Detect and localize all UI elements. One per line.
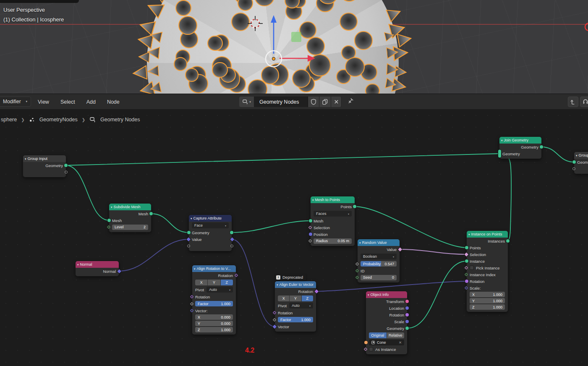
align-euler-factor-slider[interactable]: Factor1.000 xyxy=(278,317,313,322)
random-value-in-seed-socket[interactable] xyxy=(355,276,359,279)
node-align-rotation[interactable]: ▾Align Rotation to V...RotationXYZPivotA… xyxy=(192,265,236,335)
capture-attribute-face-dropdown[interactable]: Face▾ xyxy=(192,222,229,228)
capture-attribute-out-geometry-socket[interactable] xyxy=(230,231,233,234)
fake-user-button[interactable] xyxy=(308,97,319,107)
node-subdivide-mesh[interactable]: ▾Subdivide MeshMeshMeshLevel2 xyxy=(109,204,151,232)
align-rotation-y-button[interactable]: Y xyxy=(208,280,220,285)
align-rotation-pivot-dropdown[interactable]: Auto▾ xyxy=(206,287,233,293)
menu-select[interactable]: Select xyxy=(60,99,75,105)
object-info-header[interactable]: ▾Object Info xyxy=(366,291,407,298)
subdivide-mesh-level-field[interactable]: Level2 xyxy=(112,225,148,230)
random-value-boolean-dropdown[interactable]: Boolean▾ xyxy=(361,254,397,259)
align-rotation-in-factor-socket[interactable] xyxy=(190,302,193,305)
subdivide-mesh-in-level-socket[interactable] xyxy=(107,225,110,229)
object-info-original-button[interactable]: Original xyxy=(369,332,387,338)
new-node-tree-button[interactable] xyxy=(319,97,331,107)
node-join-geometry[interactable]: ▾Join GeometryGeometryGeometry xyxy=(499,137,541,159)
normal-out-normal-socket[interactable] xyxy=(117,269,121,273)
align-rotation-z-field[interactable]: Z1.000 xyxy=(195,327,233,332)
capture-attribute-in-geometry-socket[interactable] xyxy=(187,231,191,234)
data-type-dropdown[interactable]: Modifier ▾ xyxy=(0,97,31,107)
object-info-in-object-socket[interactable] xyxy=(364,341,368,344)
join-geometry-header[interactable]: ▾Join Geometry xyxy=(499,137,541,144)
node-group-input[interactable]: ▾Group InputGeometry xyxy=(23,155,66,177)
group-input-header[interactable]: ▾Group Input xyxy=(23,155,66,162)
instance-on-points-header[interactable]: ▾Instance on Points xyxy=(467,231,508,238)
object-info-out-transform-socket[interactable] xyxy=(405,300,409,303)
align-rotation-z-button[interactable]: Z xyxy=(221,280,233,285)
group-output-virtual-socket[interactable] xyxy=(572,167,575,170)
object-info-in-as-instance-socket[interactable] xyxy=(364,348,367,351)
align-euler-pivot-dropdown[interactable]: Auto▾ xyxy=(289,303,313,308)
instance-on-points-out-instances-socket[interactable] xyxy=(506,239,510,243)
random-value-in-probability-socket[interactable] xyxy=(355,262,359,265)
group-input-virtual-socket[interactable] xyxy=(65,171,68,174)
mesh-to-points-header[interactable]: ▾Mesh to Points xyxy=(311,196,355,203)
instance-on-points-in-rotation-socket[interactable] xyxy=(465,280,468,283)
align-euler-in-vector-socket[interactable] xyxy=(273,324,277,328)
align-rotation-in-vector-socket[interactable] xyxy=(190,309,193,312)
node-object-info[interactable]: ▾Object InfoTransformLocationRotationSca… xyxy=(366,291,407,354)
object-info-out-location-socket[interactable] xyxy=(405,306,409,310)
join-geometry-out-geometry-socket[interactable] xyxy=(540,145,543,149)
mesh-to-points-in-radius-socket[interactable] xyxy=(308,239,312,243)
instance-on-points-in-instance-socket[interactable] xyxy=(465,259,468,263)
capture-attribute-out-value-socket[interactable] xyxy=(230,237,234,241)
instance-on-points-in-instance-index-socket[interactable] xyxy=(465,273,468,276)
capture-attribute-in-value-socket[interactable] xyxy=(187,237,191,241)
breadcrumb-node-tree[interactable]: Geometry Nodes xyxy=(100,117,140,123)
menu-node[interactable]: Node xyxy=(107,99,120,105)
mesh-to-points-in-mesh-socket[interactable] xyxy=(309,219,312,222)
node-align-euler[interactable]: iDeprecated▾Align Euler to VectorRotatio… xyxy=(275,281,316,332)
subdivide-mesh-out-mesh-socket[interactable] xyxy=(149,212,153,215)
instance-on-points-in-selection-socket[interactable] xyxy=(465,252,468,256)
random-value-header[interactable]: ▾Random Value xyxy=(358,239,400,246)
align-rotation-x-button[interactable]: X xyxy=(195,280,207,285)
node-normal[interactable]: ▾NormalNormal xyxy=(76,261,119,276)
random-value-seed-field[interactable]: Seed0 xyxy=(361,275,397,280)
instance-on-points-y-field[interactable]: Y1.000 xyxy=(470,298,505,303)
object-info-out-geometry-socket[interactable] xyxy=(405,327,409,330)
instance-on-points-in-scale-socket[interactable] xyxy=(465,286,468,290)
align-euler-in-rotation-socket[interactable] xyxy=(273,311,276,314)
random-value-out-value-socket[interactable] xyxy=(398,247,402,251)
align-rotation-in-rotation-socket[interactable] xyxy=(190,295,193,298)
random-value-in-id-socket[interactable] xyxy=(355,269,359,272)
align-euler-y-button[interactable]: Y xyxy=(290,295,301,301)
object-info-as-instance-checkbox[interactable] xyxy=(369,347,373,351)
node-group-output[interactable]: ▾Group OutputGeometry xyxy=(574,152,588,174)
align-rotation-header[interactable]: ▾Align Rotation to V... xyxy=(192,265,236,272)
menu-view[interactable]: View xyxy=(38,99,49,105)
node-tree-name-field[interactable]: Geometry Nodes xyxy=(254,97,308,107)
browse-node-tree-button[interactable]: ▾ xyxy=(239,97,254,107)
align-rotation-y-field[interactable]: Y0.000 xyxy=(195,321,233,326)
align-euler-x-button[interactable]: X xyxy=(278,295,289,301)
node-random-value[interactable]: ▾Random ValueValueBoolean▾Probability0.5… xyxy=(358,239,400,282)
node-instance-on-points[interactable]: ▾Instance on PointsInstancesPointsSelect… xyxy=(467,231,508,312)
instance-on-points-x-field[interactable]: X1.000 xyxy=(470,292,505,297)
object-info-out-rotation-socket[interactable] xyxy=(405,313,409,316)
mesh-to-points-out-points-socket[interactable] xyxy=(353,205,356,208)
align-euler-header[interactable]: ▾Align Euler to Vector xyxy=(275,281,316,288)
group-output-in-geometry-socket[interactable] xyxy=(572,160,576,164)
node-mesh-to-points[interactable]: ▾Mesh to PointsPointsFaces▾MeshSelection… xyxy=(311,196,355,246)
object-info-clear-object-button[interactable]: ✕ xyxy=(399,340,402,345)
menu-add[interactable]: Add xyxy=(86,99,96,105)
instance-on-points-in-points-socket[interactable] xyxy=(465,246,468,249)
subdivide-mesh-in-mesh-socket[interactable] xyxy=(107,219,111,222)
mesh-to-points-faces-dropdown[interactable]: Faces▾ xyxy=(314,211,352,217)
unlink-node-tree-button[interactable] xyxy=(331,97,342,107)
object-info-relative-button[interactable]: Relative xyxy=(387,332,405,338)
snapping-toggle-button[interactable] xyxy=(580,97,588,107)
instance-on-points-z-field[interactable]: Z1.000 xyxy=(470,304,505,310)
join-geometry-in-geometry-socket[interactable] xyxy=(498,150,501,158)
align-rotation-x-field[interactable]: X0.000 xyxy=(195,314,233,320)
normal-header[interactable]: ▾Normal xyxy=(76,261,119,268)
align-rotation-factor-slider[interactable]: Factor1.000 xyxy=(195,301,233,306)
breadcrumb-modifier[interactable]: GeometryNodes xyxy=(39,117,78,123)
capture-attribute-virtual-socket[interactable] xyxy=(187,245,190,248)
capture-attribute-header[interactable]: ▾Capture Attribute xyxy=(189,215,232,222)
align-rotation-out-rotation-socket[interactable] xyxy=(235,274,238,277)
align-euler-out-rotation-socket[interactable] xyxy=(314,289,318,293)
align-euler-z-button[interactable]: Z xyxy=(302,295,313,301)
